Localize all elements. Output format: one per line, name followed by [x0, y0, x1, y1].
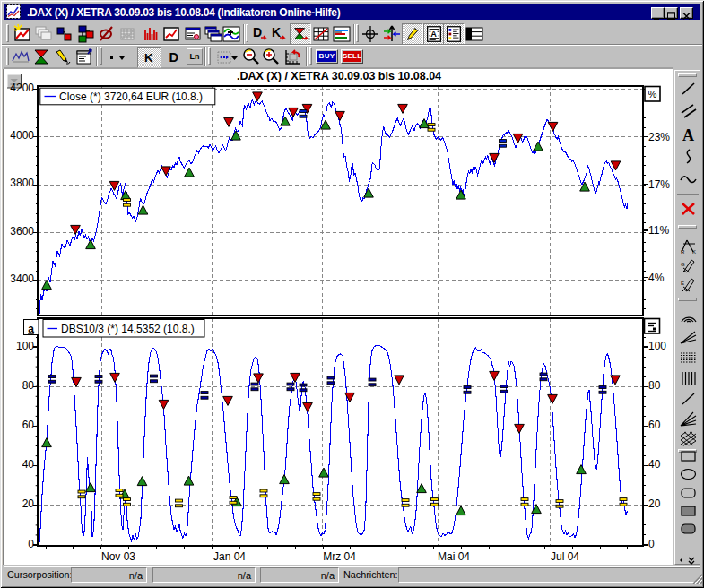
svg-text:60: 60	[648, 419, 661, 431]
svg-text:3400: 3400	[10, 272, 34, 285]
svg-text:80: 80	[648, 379, 661, 392]
svg-text:60: 60	[22, 419, 35, 431]
svg-text:4200: 4200	[10, 82, 34, 94]
svg-text:Nov 03: Nov 03	[101, 550, 135, 563]
svg-text:Jul 04: Jul 04	[551, 550, 579, 563]
svg-text:a: a	[28, 323, 34, 335]
svg-text:%: %	[648, 89, 657, 99]
svg-text:20: 20	[22, 497, 35, 510]
svg-text:4000: 4000	[10, 129, 34, 142]
svg-text:20: 20	[648, 497, 661, 510]
svg-text:17%: 17%	[648, 178, 670, 191]
svg-text:40: 40	[648, 458, 661, 471]
svg-text:0: 0	[28, 538, 34, 550]
svg-text:0: 0	[648, 538, 655, 550]
svg-text:23%: 23%	[648, 131, 670, 143]
svg-text:3600: 3600	[10, 225, 34, 238]
svg-text:Mrz 04: Mrz 04	[323, 550, 356, 563]
svg-text:40: 40	[22, 458, 35, 471]
svg-text:11%: 11%	[648, 224, 669, 237]
svg-text:Mai 04: Mai 04	[438, 550, 470, 563]
svg-text:80: 80	[22, 379, 35, 392]
svg-text:100: 100	[16, 340, 34, 352]
svg-text:100: 100	[648, 340, 666, 352]
svg-text:4%: 4%	[648, 272, 665, 284]
svg-text:3800: 3800	[10, 177, 34, 189]
svg-text:Close (*) 3720,64 EUR (10.8.): Close (*) 3720,64 EUR (10.8.)	[59, 91, 203, 103]
svg-text:.DAX (X) / XETRA 30.09.03 bis: .DAX (X) / XETRA 30.09.03 bis 10.08.04	[237, 70, 441, 82]
svg-text:DBS10/3 (*) 14,5352 (10.8.): DBS10/3 (*) 14,5352 (10.8.)	[61, 323, 195, 335]
svg-text:Jan 04: Jan 04	[213, 550, 246, 563]
